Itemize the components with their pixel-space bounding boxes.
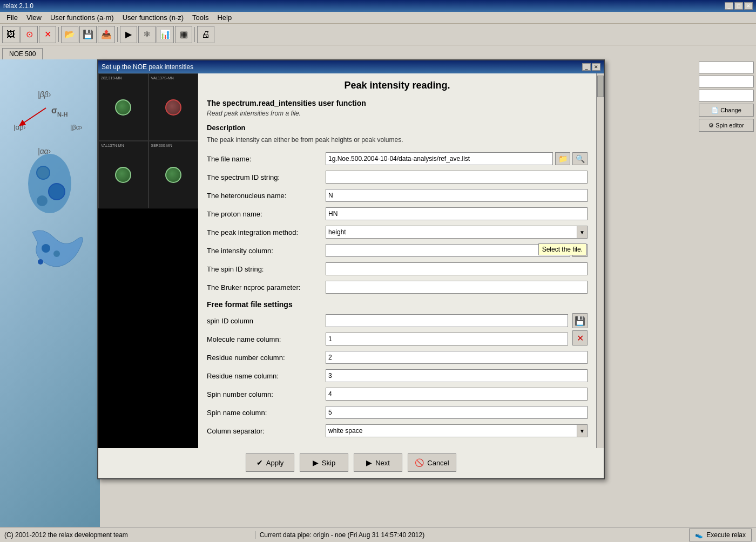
minimize-button[interactable]: _ [725,2,733,10]
ff-spin-id-input[interactable] [326,314,568,327]
toolbar-stop-button[interactable]: ⊙ [21,26,38,43]
peak-integration-select[interactable]: height volume [326,226,588,239]
menu-file[interactable]: File [2,12,22,23]
toolbar-save-button[interactable]: 💾 [79,26,97,43]
spectrum-id-row: The spectrum ID string: [207,170,588,185]
status-pipe-value: origin - noe (Fri Aug 31 14:57:40 2012) [313,531,424,539]
preview-circle-4 [165,167,181,183]
skip-icon: ▶ [313,458,319,467]
toolbar-molecule-button[interactable]: ⚛ [138,26,156,43]
proton-control [326,207,588,220]
ff-spin-number-row: Spin number column: [207,387,588,402]
dialog-content: Peak intensity reading. The spectrum.rea… [198,73,596,448]
heteronucleus-control [326,189,588,202]
execute-relax-button[interactable]: 👟 Execute relax [689,529,752,541]
file-name-input[interactable] [326,152,553,165]
dialog-title-bar: Set up the NOE peak intensities _ ✕ [98,60,604,73]
free-format-save-button[interactable]: 💾 [572,313,588,328]
heteronucleus-row: The heteronucleus name: [207,188,588,203]
ff-column-separator-select[interactable]: white space comma semicolon tab [326,424,588,437]
main-area: |ββ› σN-H |αβ› |βα› |αα› [0,59,756,527]
ff-column-separator-label: Column separator: [207,427,326,435]
cancel-button[interactable]: 🚫 Cancel [408,453,456,472]
ff-residue-number-input[interactable] [326,351,588,364]
description-heading: Description [207,124,588,132]
menu-user-functions-nz[interactable]: User functions (n-z) [118,12,188,23]
toolbar-table-button[interactable]: ▦ [175,26,192,43]
ff-residue-name-control [326,369,588,382]
svg-point-12 [38,259,43,265]
toolbar-close-button[interactable]: ✕ [39,26,56,43]
intensity-column-label: The intensity column: [207,247,326,255]
svg-point-9 [37,195,48,206]
free-format-fields: 💾 ✕ spin ID column Molecule name column: [207,313,588,438]
free-format-heading: Free format file settings [207,300,588,309]
ff-residue-name-input[interactable] [326,369,588,382]
toolbar-open-button[interactable]: 📂 [61,26,78,43]
ff-molecule-input[interactable] [326,333,568,345]
scrollbar-thumb[interactable] [597,76,604,97]
spin-editor-icon: ⚙ [708,122,714,129]
ff-spin-name-control [326,406,588,419]
heteronucleus-input[interactable] [326,189,588,202]
preview-cell-4: SER360-MN [148,141,199,208]
toolbar-export-button[interactable]: 📤 [98,26,115,43]
spin-editor-button[interactable]: ⚙ Spin editor [699,119,754,132]
toolbar-chart-button[interactable]: 📊 [157,26,174,43]
next-button[interactable]: ▶ Next [354,453,402,472]
ff-residue-number-row: Residue number column: [207,350,588,365]
change-icon: 📄 [711,107,719,114]
toolbar-separator-2 [117,27,118,42]
preview-circle-2 [165,99,181,116]
menu-help[interactable]: Help [213,12,236,23]
preview-label-2: VAL137S-MN [151,76,174,80]
file-browse-button[interactable]: 📁 [555,152,570,165]
ff-spin-number-input[interactable] [326,388,588,401]
svg-text:|ββ›: |ββ› [38,90,51,99]
intensity-column-row: The intensity column: ⊞ [207,243,588,258]
peak-integration-control: height volume ▼ [326,226,588,239]
toolbar-separator-3 [194,27,195,42]
svg-text:|αβ›: |αβ› [14,123,26,131]
next-icon: ▶ [366,458,372,467]
status-pipe: Current data pipe: origin - noe (Fri Aug… [255,531,756,539]
proton-label: The proton name: [207,210,326,218]
skip-button[interactable]: ▶ Skip [300,453,348,472]
proton-input[interactable] [326,207,588,220]
free-format-delete-button[interactable]: ✕ [572,330,588,345]
sidebar-input-2[interactable] [699,76,754,87]
toolbar-new-button[interactable]: 🖼 [2,26,19,43]
svg-point-8 [49,184,65,200]
title-bar-controls: _ □ ✕ [725,2,753,10]
function-description: Read peak intensities from a file. [207,110,588,117]
menu-tools[interactable]: Tools [188,12,213,23]
file-name-control: 📁 🔍 [326,152,588,165]
intensity-column-input[interactable] [326,244,570,257]
dialog-minimize-button[interactable]: _ [582,63,591,71]
menu-user-functions-am[interactable]: User functions (a-m) [46,12,118,23]
file-select-button[interactable]: 🔍 [572,152,588,165]
toolbar-print-button[interactable]: 🖨 [197,26,214,43]
spin-id-row: The spin ID string: [207,261,588,276]
preview-label-4: SER360-MN [151,144,172,147]
svg-point-10 [42,244,50,253]
spin-id-input[interactable] [326,262,588,275]
menu-view[interactable]: View [22,12,46,23]
change-button[interactable]: 📄 Change [699,104,754,117]
bruker-input[interactable] [326,281,588,294]
spectrum-id-input[interactable] [326,171,588,184]
ff-spin-name-input[interactable] [326,406,588,419]
maximize-button[interactable]: □ [734,2,743,10]
toolbar-run-button[interactable]: ▶ [120,26,137,43]
sidebar-input-3[interactable] [699,90,754,101]
tab-noe500[interactable]: NOE 500 [2,48,43,59]
ff-spin-id-control [326,314,588,327]
bruker-label: The Bruker ncproc parameter: [207,283,326,292]
apply-button[interactable]: ✔ Apply [246,453,294,472]
sidebar-input-1[interactable] [699,62,754,73]
dialog-close-button[interactable]: ✕ [592,63,600,71]
spin-id-control [326,262,588,275]
description-text: The peak intensity can either be from pe… [207,136,588,144]
dialog-scrollbar[interactable] [596,73,604,448]
close-button[interactable]: ✕ [744,2,753,10]
